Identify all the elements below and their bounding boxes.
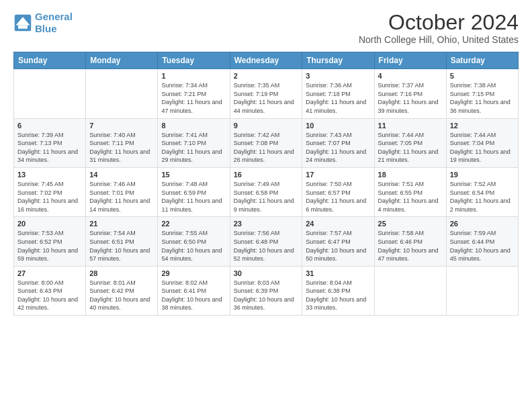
day-number: 5 — [450, 72, 515, 80]
day-number: 27 — [17, 269, 82, 277]
day-info: Sunrise: 8:03 AM Sunset: 6:39 PM Dayligh… — [234, 279, 299, 312]
logo-icon — [13, 13, 32, 32]
day-info: Sunrise: 7:44 AM Sunset: 7:04 PM Dayligh… — [450, 131, 515, 165]
day-info: Sunrise: 7:40 AM Sunset: 7:11 PM Dayligh… — [89, 131, 154, 165]
day-info: Sunrise: 7:51 AM Sunset: 6:55 PM Dayligh… — [378, 180, 443, 214]
day-number: 30 — [234, 269, 299, 277]
day-cell: 8Sunrise: 7:41 AM Sunset: 7:10 PM Daylig… — [158, 118, 230, 167]
day-cell: 22Sunrise: 7:55 AM Sunset: 6:50 PM Dayli… — [158, 217, 230, 266]
day-cell — [86, 69, 158, 118]
day-cell: 26Sunrise: 7:59 AM Sunset: 6:44 PM Dayli… — [446, 217, 518, 266]
week-row-2: 6Sunrise: 7:39 AM Sunset: 7:13 PM Daylig… — [14, 118, 519, 167]
day-info: Sunrise: 7:56 AM Sunset: 6:48 PM Dayligh… — [234, 229, 299, 263]
day-cell: 24Sunrise: 7:57 AM Sunset: 6:47 PM Dayli… — [302, 217, 374, 266]
calendar-subtitle: North College Hill, Ohio, United States — [359, 34, 519, 45]
day-cell: 4Sunrise: 7:37 AM Sunset: 7:16 PM Daylig… — [374, 69, 446, 118]
day-info: Sunrise: 7:53 AM Sunset: 6:52 PM Dayligh… — [17, 229, 82, 263]
calendar-title: October 2024 — [359, 11, 519, 34]
day-number: 13 — [17, 171, 82, 179]
header-friday: Friday — [374, 52, 446, 69]
day-number: 15 — [161, 171, 226, 179]
day-cell: 23Sunrise: 7:56 AM Sunset: 6:48 PM Dayli… — [230, 217, 302, 266]
day-cell: 13Sunrise: 7:45 AM Sunset: 7:02 PM Dayli… — [14, 167, 86, 216]
day-number: 20 — [17, 220, 82, 228]
day-number: 25 — [378, 220, 443, 228]
day-cell — [446, 266, 518, 315]
day-cell: 10Sunrise: 7:43 AM Sunset: 7:07 PM Dayli… — [302, 118, 374, 167]
day-number: 31 — [306, 269, 370, 277]
day-cell: 21Sunrise: 7:54 AM Sunset: 6:51 PM Dayli… — [86, 217, 158, 266]
day-number: 24 — [306, 220, 370, 228]
day-number: 2 — [234, 72, 299, 80]
header-thursday: Thursday — [302, 52, 374, 69]
day-info: Sunrise: 7:48 AM Sunset: 6:59 PM Dayligh… — [161, 180, 226, 214]
day-cell: 29Sunrise: 8:02 AM Sunset: 6:41 PM Dayli… — [158, 266, 230, 315]
day-info: Sunrise: 7:49 AM Sunset: 6:58 PM Dayligh… — [234, 180, 299, 214]
day-cell: 11Sunrise: 7:44 AM Sunset: 7:05 PM Dayli… — [374, 118, 446, 167]
day-number: 21 — [89, 220, 154, 228]
day-info: Sunrise: 7:39 AM Sunset: 7:13 PM Dayligh… — [17, 131, 82, 165]
day-number: 14 — [89, 171, 154, 179]
day-info: Sunrise: 7:43 AM Sunset: 7:07 PM Dayligh… — [306, 131, 370, 165]
week-row-3: 13Sunrise: 7:45 AM Sunset: 7:02 PM Dayli… — [14, 167, 519, 216]
day-cell: 7Sunrise: 7:40 AM Sunset: 7:11 PM Daylig… — [86, 118, 158, 167]
title-block: October 2024 North College Hill, Ohio, U… — [359, 11, 519, 45]
day-number: 11 — [378, 122, 443, 130]
day-info: Sunrise: 7:37 AM Sunset: 7:16 PM Dayligh… — [378, 81, 443, 115]
day-number: 26 — [450, 220, 515, 228]
day-info: Sunrise: 7:38 AM Sunset: 7:15 PM Dayligh… — [450, 81, 515, 115]
weekday-header-row: Sunday Monday Tuesday Wednesday Thursday… — [14, 52, 519, 69]
header-saturday: Saturday — [446, 52, 518, 69]
day-cell — [374, 266, 446, 315]
day-cell: 6Sunrise: 7:39 AM Sunset: 7:13 PM Daylig… — [14, 118, 86, 167]
day-info: Sunrise: 7:52 AM Sunset: 6:54 PM Dayligh… — [450, 180, 515, 214]
day-cell: 9Sunrise: 7:42 AM Sunset: 7:08 PM Daylig… — [230, 118, 302, 167]
day-number: 17 — [306, 171, 370, 179]
day-number: 10 — [306, 122, 370, 130]
day-cell — [14, 69, 86, 118]
day-info: Sunrise: 7:34 AM Sunset: 7:21 PM Dayligh… — [161, 81, 226, 115]
day-info: Sunrise: 8:01 AM Sunset: 6:42 PM Dayligh… — [89, 279, 154, 312]
day-cell: 25Sunrise: 7:58 AM Sunset: 6:46 PM Dayli… — [374, 217, 446, 266]
day-number: 9 — [234, 122, 299, 130]
day-cell: 1Sunrise: 7:34 AM Sunset: 7:21 PM Daylig… — [158, 69, 230, 118]
day-info: Sunrise: 7:36 AM Sunset: 7:18 PM Dayligh… — [306, 81, 370, 115]
day-cell: 18Sunrise: 7:51 AM Sunset: 6:55 PM Dayli… — [374, 167, 446, 216]
header-sunday: Sunday — [14, 52, 86, 69]
day-info: Sunrise: 7:45 AM Sunset: 7:02 PM Dayligh… — [17, 180, 82, 214]
day-info: Sunrise: 7:50 AM Sunset: 6:57 PM Dayligh… — [306, 180, 370, 214]
week-row-1: 1Sunrise: 7:34 AM Sunset: 7:21 PM Daylig… — [14, 69, 519, 118]
day-number: 16 — [234, 171, 299, 179]
svg-rect-2 — [18, 26, 28, 29]
logo-text: General Blue — [35, 11, 73, 35]
day-cell: 2Sunrise: 7:35 AM Sunset: 7:19 PM Daylig… — [230, 69, 302, 118]
day-info: Sunrise: 7:55 AM Sunset: 6:50 PM Dayligh… — [161, 229, 226, 263]
day-info: Sunrise: 7:46 AM Sunset: 7:01 PM Dayligh… — [89, 180, 154, 214]
logo-general: General — [35, 11, 73, 22]
day-cell: 20Sunrise: 7:53 AM Sunset: 6:52 PM Dayli… — [14, 217, 86, 266]
day-cell: 31Sunrise: 8:04 AM Sunset: 6:38 PM Dayli… — [302, 266, 374, 315]
day-info: Sunrise: 7:58 AM Sunset: 6:46 PM Dayligh… — [378, 229, 443, 263]
day-cell: 16Sunrise: 7:49 AM Sunset: 6:58 PM Dayli… — [230, 167, 302, 216]
day-cell: 3Sunrise: 7:36 AM Sunset: 7:18 PM Daylig… — [302, 69, 374, 118]
header-monday: Monday — [86, 52, 158, 69]
week-row-5: 27Sunrise: 8:00 AM Sunset: 6:43 PM Dayli… — [14, 266, 519, 315]
logo-blue: Blue — [35, 23, 57, 34]
day-number: 4 — [378, 72, 443, 80]
day-number: 23 — [234, 220, 299, 228]
day-cell: 19Sunrise: 7:52 AM Sunset: 6:54 PM Dayli… — [446, 167, 518, 216]
day-number: 19 — [450, 171, 515, 179]
day-number: 8 — [161, 122, 226, 130]
day-info: Sunrise: 7:44 AM Sunset: 7:05 PM Dayligh… — [378, 131, 443, 165]
day-info: Sunrise: 7:54 AM Sunset: 6:51 PM Dayligh… — [89, 229, 154, 263]
day-number: 22 — [161, 220, 226, 228]
header-tuesday: Tuesday — [158, 52, 230, 69]
day-cell: 12Sunrise: 7:44 AM Sunset: 7:04 PM Dayli… — [446, 118, 518, 167]
header-wednesday: Wednesday — [230, 52, 302, 69]
day-number: 7 — [89, 122, 154, 130]
header: General Blue October 2024 North College … — [13, 11, 519, 45]
day-number: 12 — [450, 122, 515, 130]
day-info: Sunrise: 8:02 AM Sunset: 6:41 PM Dayligh… — [161, 279, 226, 312]
day-info: Sunrise: 7:41 AM Sunset: 7:10 PM Dayligh… — [161, 131, 226, 165]
logo: General Blue — [13, 11, 73, 35]
